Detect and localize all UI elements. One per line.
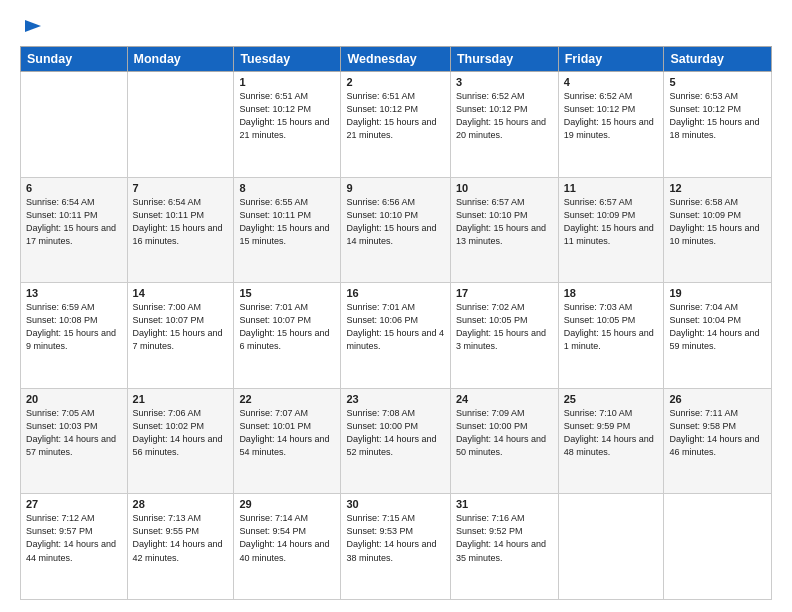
day-cell [21,72,128,178]
day-info: Sunrise: 6:51 AMSunset: 10:12 PMDaylight… [346,90,444,142]
day-info: Sunrise: 6:57 AMSunset: 10:10 PMDaylight… [456,196,553,248]
day-number: 9 [346,182,444,194]
day-cell: 2Sunrise: 6:51 AMSunset: 10:12 PMDayligh… [341,72,450,178]
day-number: 1 [239,76,335,88]
day-info: Sunrise: 7:02 AMSunset: 10:05 PMDaylight… [456,301,553,353]
day-number: 4 [564,76,659,88]
day-cell: 6Sunrise: 6:54 AMSunset: 10:11 PMDayligh… [21,177,128,283]
day-cell: 13Sunrise: 6:59 AMSunset: 10:08 PMDaylig… [21,283,128,389]
day-info: Sunrise: 7:06 AMSunset: 10:02 PMDaylight… [133,407,229,459]
day-info: Sunrise: 7:16 AMSunset: 9:52 PMDaylight:… [456,512,553,564]
day-number: 30 [346,498,444,510]
day-info: Sunrise: 6:54 AMSunset: 10:11 PMDaylight… [133,196,229,248]
day-cell: 8Sunrise: 6:55 AMSunset: 10:11 PMDayligh… [234,177,341,283]
weekday-header-wednesday: Wednesday [341,47,450,72]
day-cell: 7Sunrise: 6:54 AMSunset: 10:11 PMDayligh… [127,177,234,283]
day-cell: 21Sunrise: 7:06 AMSunset: 10:02 PMDaylig… [127,388,234,494]
calendar-page: SundayMondayTuesdayWednesdayThursdayFrid… [0,0,792,612]
week-row-1: 1Sunrise: 6:51 AMSunset: 10:12 PMDayligh… [21,72,772,178]
day-info: Sunrise: 7:05 AMSunset: 10:03 PMDaylight… [26,407,122,459]
weekday-header-tuesday: Tuesday [234,47,341,72]
day-cell: 10Sunrise: 6:57 AMSunset: 10:10 PMDaylig… [450,177,558,283]
day-number: 2 [346,76,444,88]
day-info: Sunrise: 7:10 AMSunset: 9:59 PMDaylight:… [564,407,659,459]
day-info: Sunrise: 7:07 AMSunset: 10:01 PMDaylight… [239,407,335,459]
day-info: Sunrise: 7:13 AMSunset: 9:55 PMDaylight:… [133,512,229,564]
day-info: Sunrise: 7:00 AMSunset: 10:07 PMDaylight… [133,301,229,353]
weekday-header-monday: Monday [127,47,234,72]
day-number: 24 [456,393,553,405]
day-info: Sunrise: 6:52 AMSunset: 10:12 PMDaylight… [456,90,553,142]
weekday-header-row: SundayMondayTuesdayWednesdayThursdayFrid… [21,47,772,72]
day-cell: 23Sunrise: 7:08 AMSunset: 10:00 PMDaylig… [341,388,450,494]
day-number: 6 [26,182,122,194]
day-number: 8 [239,182,335,194]
day-cell: 12Sunrise: 6:58 AMSunset: 10:09 PMDaylig… [664,177,772,283]
day-cell: 18Sunrise: 7:03 AMSunset: 10:05 PMDaylig… [558,283,664,389]
weekday-header-sunday: Sunday [21,47,128,72]
day-number: 11 [564,182,659,194]
day-number: 25 [564,393,659,405]
logo [20,18,43,36]
day-info: Sunrise: 7:08 AMSunset: 10:00 PMDaylight… [346,407,444,459]
week-row-5: 27Sunrise: 7:12 AMSunset: 9:57 PMDayligh… [21,494,772,600]
day-cell [127,72,234,178]
day-cell: 28Sunrise: 7:13 AMSunset: 9:55 PMDayligh… [127,494,234,600]
day-cell: 24Sunrise: 7:09 AMSunset: 10:00 PMDaylig… [450,388,558,494]
day-info: Sunrise: 6:52 AMSunset: 10:12 PMDaylight… [564,90,659,142]
day-number: 29 [239,498,335,510]
day-number: 3 [456,76,553,88]
day-info: Sunrise: 6:58 AMSunset: 10:09 PMDaylight… [669,196,766,248]
day-cell: 16Sunrise: 7:01 AMSunset: 10:06 PMDaylig… [341,283,450,389]
day-number: 14 [133,287,229,299]
day-cell: 5Sunrise: 6:53 AMSunset: 10:12 PMDayligh… [664,72,772,178]
day-number: 27 [26,498,122,510]
day-cell: 1Sunrise: 6:51 AMSunset: 10:12 PMDayligh… [234,72,341,178]
day-cell: 4Sunrise: 6:52 AMSunset: 10:12 PMDayligh… [558,72,664,178]
day-number: 18 [564,287,659,299]
day-info: Sunrise: 7:11 AMSunset: 9:58 PMDaylight:… [669,407,766,459]
day-cell: 19Sunrise: 7:04 AMSunset: 10:04 PMDaylig… [664,283,772,389]
day-info: Sunrise: 6:56 AMSunset: 10:10 PMDaylight… [346,196,444,248]
header [20,18,772,36]
day-number: 26 [669,393,766,405]
day-cell: 22Sunrise: 7:07 AMSunset: 10:01 PMDaylig… [234,388,341,494]
day-cell: 20Sunrise: 7:05 AMSunset: 10:03 PMDaylig… [21,388,128,494]
day-info: Sunrise: 7:01 AMSunset: 10:06 PMDaylight… [346,301,444,353]
day-number: 31 [456,498,553,510]
day-info: Sunrise: 6:51 AMSunset: 10:12 PMDaylight… [239,90,335,142]
day-cell: 17Sunrise: 7:02 AMSunset: 10:05 PMDaylig… [450,283,558,389]
svg-marker-0 [25,20,41,32]
weekday-header-friday: Friday [558,47,664,72]
day-info: Sunrise: 6:53 AMSunset: 10:12 PMDaylight… [669,90,766,142]
day-cell: 25Sunrise: 7:10 AMSunset: 9:59 PMDayligh… [558,388,664,494]
day-number: 19 [669,287,766,299]
day-info: Sunrise: 7:01 AMSunset: 10:07 PMDaylight… [239,301,335,353]
day-number: 5 [669,76,766,88]
day-number: 10 [456,182,553,194]
day-number: 22 [239,393,335,405]
calendar-table: SundayMondayTuesdayWednesdayThursdayFrid… [20,46,772,600]
day-cell: 27Sunrise: 7:12 AMSunset: 9:57 PMDayligh… [21,494,128,600]
day-number: 7 [133,182,229,194]
day-number: 20 [26,393,122,405]
day-number: 17 [456,287,553,299]
day-cell: 30Sunrise: 7:15 AMSunset: 9:53 PMDayligh… [341,494,450,600]
day-info: Sunrise: 7:03 AMSunset: 10:05 PMDaylight… [564,301,659,353]
day-number: 16 [346,287,444,299]
day-number: 21 [133,393,229,405]
day-cell [664,494,772,600]
day-info: Sunrise: 7:04 AMSunset: 10:04 PMDaylight… [669,301,766,353]
day-cell: 3Sunrise: 6:52 AMSunset: 10:12 PMDayligh… [450,72,558,178]
week-row-4: 20Sunrise: 7:05 AMSunset: 10:03 PMDaylig… [21,388,772,494]
day-cell: 11Sunrise: 6:57 AMSunset: 10:09 PMDaylig… [558,177,664,283]
weekday-header-thursday: Thursday [450,47,558,72]
day-number: 12 [669,182,766,194]
day-info: Sunrise: 6:54 AMSunset: 10:11 PMDaylight… [26,196,122,248]
day-info: Sunrise: 7:09 AMSunset: 10:00 PMDaylight… [456,407,553,459]
day-number: 15 [239,287,335,299]
day-info: Sunrise: 6:55 AMSunset: 10:11 PMDaylight… [239,196,335,248]
day-info: Sunrise: 7:15 AMSunset: 9:53 PMDaylight:… [346,512,444,564]
day-cell: 26Sunrise: 7:11 AMSunset: 9:58 PMDayligh… [664,388,772,494]
week-row-3: 13Sunrise: 6:59 AMSunset: 10:08 PMDaylig… [21,283,772,389]
